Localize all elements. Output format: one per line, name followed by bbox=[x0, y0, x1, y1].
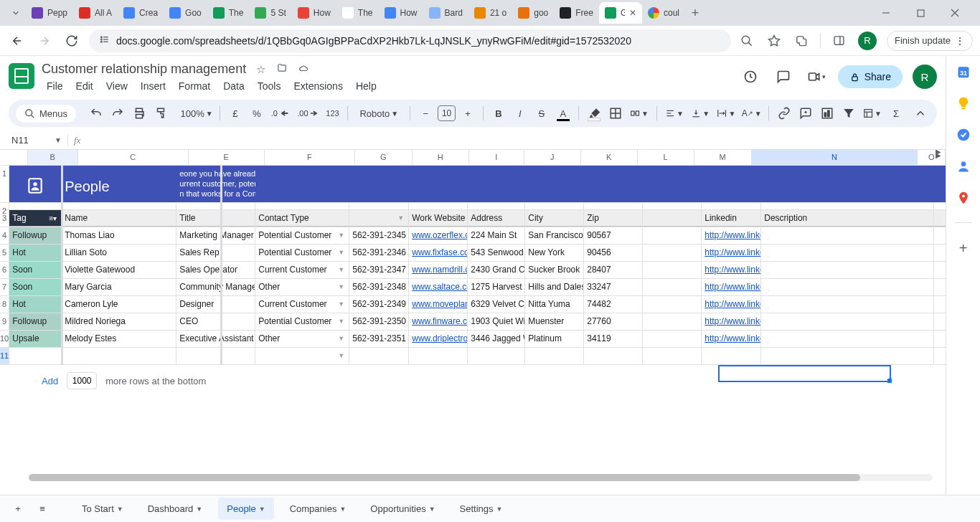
site-info-icon[interactable] bbox=[99, 34, 110, 47]
meet-icon[interactable]: ▾ bbox=[805, 65, 828, 88]
browser-tab[interactable]: 21 o bbox=[468, 2, 512, 24]
tab-close-icon[interactable]: ✕ bbox=[629, 8, 636, 18]
col-header[interactable]: G bbox=[355, 150, 413, 165]
undo-button[interactable] bbox=[87, 104, 105, 123]
dropdown-icon[interactable]: ▼ bbox=[338, 227, 344, 244]
sheet-tab[interactable]: Companies▼ bbox=[281, 498, 355, 503]
extensions-icon[interactable] bbox=[793, 32, 810, 49]
browser-tab[interactable]: How bbox=[379, 2, 423, 24]
tasks-icon[interactable] bbox=[956, 128, 971, 142]
menu-help[interactable]: Help bbox=[351, 78, 382, 94]
window-maximize[interactable] bbox=[910, 2, 931, 24]
contacts-icon[interactable] bbox=[956, 159, 971, 174]
document-title[interactable]: Customer relationship management bbox=[42, 62, 246, 77]
col-header[interactable]: E bbox=[189, 150, 265, 165]
dropdown-icon[interactable]: ▼ bbox=[338, 348, 344, 364]
row-header[interactable]: 1 bbox=[0, 166, 9, 203]
dropdown-icon[interactable]: ▼ bbox=[338, 279, 344, 295]
paint-format-button[interactable] bbox=[151, 104, 170, 123]
filter-icon[interactable]: ≡▾ bbox=[49, 210, 57, 227]
all-sheets-button[interactable]: ≡ bbox=[32, 498, 53, 504]
keep-icon[interactable] bbox=[956, 96, 971, 110]
menu-view[interactable]: View bbox=[101, 78, 133, 94]
dropdown-icon[interactable]: ▼ bbox=[338, 245, 344, 261]
menu-extensions[interactable]: Extensions bbox=[288, 78, 347, 94]
horizontal-scrollbar[interactable] bbox=[29, 473, 933, 483]
sidepanel-icon[interactable] bbox=[831, 32, 848, 49]
fontsize-input[interactable]: 10 bbox=[438, 105, 456, 121]
tag-cell[interactable]: Soon bbox=[9, 279, 62, 295]
nav-back-button[interactable] bbox=[7, 31, 27, 51]
menu-edit[interactable]: Edit bbox=[71, 78, 98, 94]
menu-insert[interactable]: Insert bbox=[136, 78, 171, 94]
sheet-tab[interactable]: People▼ bbox=[218, 498, 273, 503]
dropdown-icon[interactable]: ▼ bbox=[338, 313, 344, 330]
borders-button[interactable] bbox=[606, 104, 625, 123]
decrease-fontsize-button[interactable]: − bbox=[416, 104, 435, 123]
menu-file[interactable]: File bbox=[42, 78, 68, 94]
add-rows-button[interactable]: Add bbox=[42, 376, 58, 386]
zoom-select[interactable]: 100%▼ bbox=[179, 104, 214, 123]
table-row[interactable]: SoonMary GarciaCommunity ManagerOther▼56… bbox=[9, 279, 946, 296]
text-color-button[interactable]: A bbox=[554, 104, 573, 123]
redo-button[interactable] bbox=[108, 104, 127, 123]
url-input[interactable]: docs.google.com/spreadsheets/d/1QBbGq0AG… bbox=[89, 29, 731, 52]
browser-tab[interactable]: 5 St bbox=[249, 2, 291, 24]
table-row[interactable]: FollowupThomas LiaoMarketing ManagerPote… bbox=[9, 227, 946, 245]
halign-button[interactable]: ▼ bbox=[663, 104, 686, 123]
tag-cell[interactable]: Hot bbox=[9, 296, 62, 313]
col-header[interactable]: B bbox=[28, 150, 78, 165]
increase-decimal-button[interactable]: .00 bbox=[295, 104, 320, 123]
col-header[interactable]: L bbox=[638, 150, 694, 165]
percent-button[interactable]: % bbox=[248, 104, 266, 123]
col-header[interactable]: N bbox=[752, 150, 918, 165]
bold-button[interactable]: B bbox=[489, 104, 508, 123]
spreadsheet-grid[interactable]: B C E F G H I J K L M N O ▶▶ 1 2 3 4 5 6… bbox=[0, 150, 946, 483]
col-header[interactable]: K bbox=[581, 150, 638, 165]
sheet-tab[interactable]: Opportunities▼ bbox=[362, 498, 443, 503]
filter-button[interactable] bbox=[839, 104, 858, 123]
table-header[interactable]: Address bbox=[468, 210, 525, 227]
table-header[interactable] bbox=[643, 210, 702, 227]
dropdown-icon[interactable]: ▼ bbox=[338, 296, 344, 313]
namebox-dropdown[interactable]: ▼ bbox=[55, 136, 62, 144]
browser-tab[interactable]: Crea bbox=[118, 2, 164, 24]
browser-tab[interactable]: How bbox=[292, 2, 336, 24]
table-header[interactable]: City bbox=[525, 210, 584, 227]
table-header[interactable]: Zip bbox=[584, 210, 643, 227]
rotate-button[interactable]: A↗▼ bbox=[740, 104, 762, 123]
add-rows-input[interactable] bbox=[67, 372, 97, 389]
table-row[interactable]: FollowupMildred NoriegaCEOPotential Cust… bbox=[9, 313, 946, 331]
browser-tab[interactable]: The bbox=[207, 2, 250, 24]
sheet-tab[interactable]: To Start▼ bbox=[73, 498, 132, 503]
table-header[interactable]: ▼Work Phone bbox=[349, 210, 409, 227]
browser-tab[interactable]: The bbox=[336, 2, 379, 24]
browser-tab[interactable]: G✕ bbox=[599, 2, 642, 24]
sheets-logo[interactable] bbox=[9, 63, 34, 89]
valign-button[interactable]: ▼ bbox=[689, 104, 712, 123]
row-header[interactable]: 8 bbox=[0, 296, 9, 313]
bookmark-icon[interactable] bbox=[765, 32, 783, 49]
tag-cell[interactable]: Soon bbox=[9, 262, 62, 278]
chart-button[interactable] bbox=[818, 104, 837, 123]
fill-color-button[interactable] bbox=[585, 104, 603, 123]
font-select[interactable]: Roboto▼ bbox=[354, 104, 404, 123]
table-header[interactable]: Title bbox=[176, 210, 255, 227]
browser-tab[interactable]: Goo bbox=[164, 2, 207, 24]
row-header[interactable]: 10 bbox=[0, 331, 9, 348]
calendar-icon[interactable]: 31 bbox=[956, 65, 971, 79]
nav-reload-button[interactable] bbox=[62, 31, 82, 51]
new-tab-button[interactable]: + bbox=[685, 3, 705, 23]
table-row[interactable]: HotCameron LyleDesignerCurrent Customer▼… bbox=[9, 296, 946, 313]
maps-icon[interactable] bbox=[956, 191, 971, 205]
wrap-button[interactable]: ▼ bbox=[715, 104, 738, 123]
tag-cell[interactable]: Upsale bbox=[9, 331, 62, 347]
col-header[interactable]: O ▶▶ bbox=[918, 150, 946, 165]
browser-tab[interactable]: Bard bbox=[423, 2, 468, 24]
table-row[interactable]: SoonViolette GatewoodSales OperatorCurre… bbox=[9, 262, 946, 279]
tag-cell[interactable]: Followup bbox=[9, 313, 62, 330]
history-icon[interactable] bbox=[739, 65, 762, 88]
row-header[interactable]: 3 bbox=[0, 210, 9, 227]
col-header[interactable]: C bbox=[78, 150, 189, 165]
menu-format[interactable]: Format bbox=[174, 78, 215, 94]
